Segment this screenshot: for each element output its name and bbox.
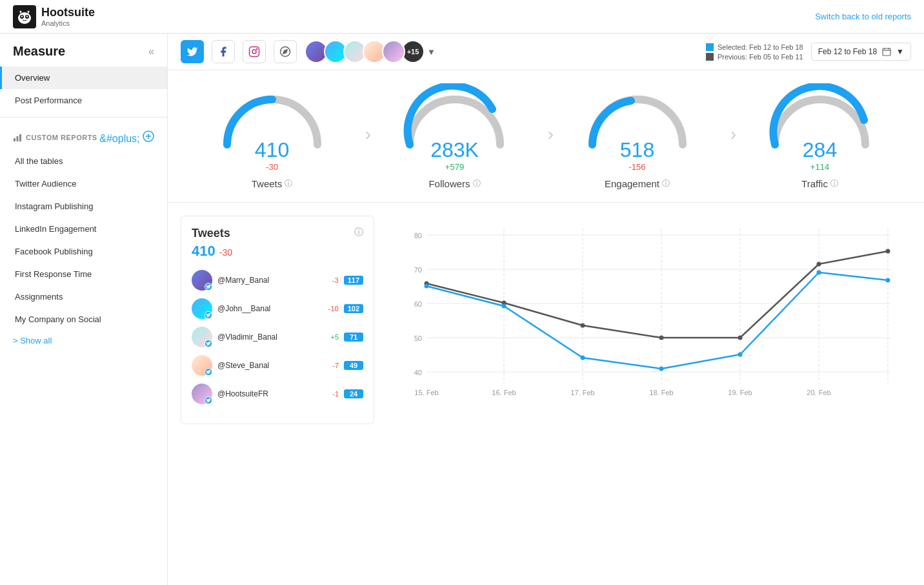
svg-marker-16 (283, 50, 287, 54)
avatar-dropdown-chevron[interactable]: ▼ (427, 47, 436, 57)
account-name-1: @Marry_Banal (217, 276, 319, 285)
account-item-5: @HootsuiteFR -1 24 (192, 381, 363, 407)
sidebar-item-twitter-audience[interactable]: Twitter Audience (0, 172, 167, 195)
svg-point-40 (817, 262, 821, 267)
tweets-info-icon[interactable]: ⓘ (285, 178, 292, 189)
followers-label: Followers ⓘ (428, 178, 480, 189)
svg-point-48 (886, 278, 890, 283)
tweets-card-title: Tweets (192, 227, 230, 240)
main-layout: Measure « Overview Post Performance CUST… (0, 34, 924, 585)
engagement-change: -156 (620, 162, 654, 172)
gauge-arrow-2: › (548, 124, 554, 145)
tweets-card: Tweets ⓘ 410 -30 @Marry_B (181, 216, 374, 424)
engagement-value: 518 (620, 138, 654, 162)
tweets-label: Tweets ⓘ (252, 178, 293, 189)
svg-point-46 (738, 353, 743, 357)
facebook-button[interactable] (212, 40, 235, 63)
svg-point-45 (659, 367, 664, 371)
followers-change: +579 (430, 162, 479, 172)
tweets-value: 410 (255, 138, 289, 162)
account-avatar-3 (192, 327, 212, 347)
engagement-info-icon[interactable]: ⓘ (662, 178, 670, 189)
tweets-card-value: 410 (192, 243, 216, 260)
sidebar-item-all-tables[interactable]: All the tables (0, 150, 167, 172)
sidebar-item-facebook-publishing[interactable]: Facebook Publishing (0, 240, 167, 263)
account-name-2: @John__Banal (217, 304, 319, 313)
gauge-arrow-1: › (365, 124, 371, 145)
account-count-2: 102 (344, 304, 363, 313)
calendar-icon (882, 47, 891, 56)
toolbar: +15 ▼ Selected: Feb 12 to Feb 18 Previou… (168, 34, 924, 70)
y-label-60: 60 (414, 300, 422, 308)
avatar-more-count: +15 (407, 48, 419, 56)
sidebar: Measure « Overview Post Performance CUST… (0, 34, 168, 585)
plus-circle-icon[interactable] (143, 130, 154, 142)
switch-reports-link[interactable]: Switch back to old reports (815, 12, 911, 21)
svg-point-43 (502, 304, 507, 309)
gauge-engagement: 518 -156 Engagement ⓘ › (546, 83, 728, 189)
gauge-tweets: 410 -30 Tweets ⓘ › (181, 83, 363, 189)
custom-reports-header: CUSTOM REPORTS &#oplus; (0, 123, 167, 150)
bar-chart-icon (13, 133, 22, 142)
svg-point-13 (252, 50, 256, 54)
gauge-traffic: 284 +114 Traffic ⓘ (728, 83, 911, 189)
gauges-row: 410 -30 Tweets ⓘ › 283K +579 (168, 70, 924, 203)
sidebar-item-overview[interactable]: Overview (0, 67, 167, 89)
x-label-19feb: 19. Feb (728, 389, 752, 396)
y-label-50: 50 (414, 334, 422, 342)
show-all-button[interactable]: > Show all (0, 331, 167, 351)
svg-point-38 (659, 336, 664, 340)
svg-point-5 (26, 15, 28, 17)
account-change-1: -3 (325, 276, 339, 284)
svg-rect-8 (19, 134, 21, 141)
date-picker[interactable]: Feb 12 to Feb 18 ▼ (811, 43, 911, 61)
traffic-info-icon[interactable]: ⓘ (830, 178, 838, 189)
twitter-badge-3 (205, 340, 212, 347)
account-item-3: @Vladimir_Banal +5 71 (192, 324, 363, 350)
account-item-1: @Marry_Banal -3 117 (192, 267, 363, 293)
account-change-2: -10 (325, 305, 339, 313)
account-count-3: 71 (344, 333, 363, 342)
tweets-line-chart: 80 70 60 50 40 (387, 216, 911, 422)
account-name-3: @Vladimir_Banal (217, 333, 319, 342)
instagram-button[interactable] (243, 40, 266, 63)
followers-info-icon[interactable]: ⓘ (473, 178, 481, 189)
legend-previous-label: Previous: Feb 05 to Feb 11 (718, 53, 803, 61)
twitter-button[interactable] (181, 40, 204, 63)
traffic-value: 284 (803, 138, 837, 162)
hootsuite-name: Hootsuite (41, 6, 95, 19)
twitter-badge-4 (205, 368, 212, 376)
top-header: Hootsuite Analytics Switch back to old r… (0, 0, 924, 34)
legend-previous-icon (706, 53, 714, 61)
engagement-label: Engagement ⓘ (605, 178, 670, 189)
sidebar-item-my-company[interactable]: My Company on Social (0, 308, 167, 331)
add-report-button[interactable]: &#oplus; (99, 130, 154, 145)
svg-rect-6 (14, 138, 15, 141)
account-avatar-2 (192, 298, 212, 319)
account-avatar-4 (192, 355, 212, 376)
sidebar-item-instagram-publishing[interactable]: Instagram Publishing (0, 195, 167, 218)
sidebar-item-post-performance[interactable]: Post Performance (0, 89, 167, 112)
facebook-icon (217, 46, 229, 57)
svg-point-42 (425, 284, 429, 289)
legend-selected-icon (706, 43, 714, 51)
gauge-followers: 283K +579 Followers ⓘ › (363, 83, 546, 189)
account-name-4: @Steve_Banal (217, 361, 319, 370)
sidebar-divider (0, 117, 167, 118)
x-label-15feb: 15. Feb (414, 389, 438, 396)
date-picker-chevron[interactable]: ▼ (896, 47, 904, 56)
collapse-sidebar-button[interactable]: « (148, 46, 154, 57)
compass-icon (279, 46, 291, 57)
compass-button[interactable] (274, 40, 297, 63)
sidebar-item-first-response-time[interactable]: First Response Time (0, 263, 167, 285)
custom-reports-label: CUSTOM REPORTS (13, 133, 97, 142)
account-count-1: 117 (344, 276, 363, 285)
y-label-40: 40 (414, 369, 422, 376)
svg-rect-18 (706, 53, 714, 61)
sidebar-item-assignments[interactable]: Assignments (0, 285, 167, 308)
tweets-card-info-icon[interactable]: ⓘ (354, 227, 363, 238)
tweets-card-header: Tweets ⓘ (192, 227, 363, 240)
svg-point-37 (581, 323, 585, 328)
account-avatar-5 (192, 384, 212, 404)
sidebar-item-linkedin-engagement[interactable]: LinkedIn Engagement (0, 218, 167, 240)
